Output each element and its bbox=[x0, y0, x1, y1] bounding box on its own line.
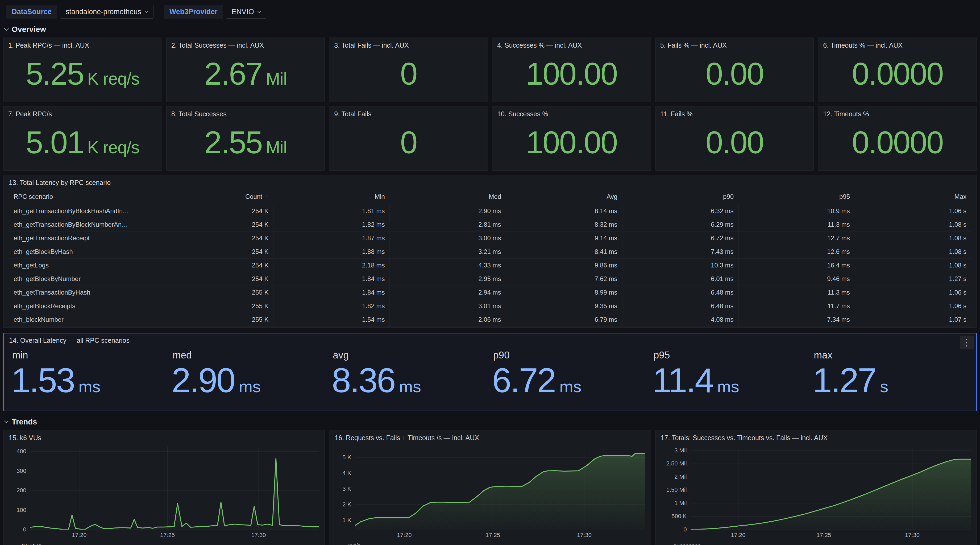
rpc-scenario-cell: eth_getTransactionByBlockHashAndIndex bbox=[9, 204, 136, 218]
stat-value-wrap: 5.25 K req/s bbox=[6, 58, 159, 89]
stat-panel: 9. Total Fails 0 bbox=[329, 106, 488, 171]
metric-cell: 6.29 ms bbox=[622, 218, 738, 231]
panel-title[interactable]: 16. Requests vs. Fails + Timeouts /s — i… bbox=[335, 434, 645, 442]
metric-cell: 2.81 ms bbox=[390, 218, 506, 231]
panel-menu-icon[interactable]: ⋮ bbox=[960, 336, 974, 349]
column-header[interactable]: p95 bbox=[738, 190, 855, 204]
column-header-label: Min bbox=[375, 193, 385, 200]
y-axis-label: 4 K bbox=[342, 470, 351, 476]
metric-cell: 2.18 ms bbox=[274, 259, 390, 272]
chevron-down-icon bbox=[144, 9, 148, 13]
y-axis-label: 1.50 Mil bbox=[667, 486, 687, 493]
metric-cell: 255 K bbox=[136, 286, 274, 300]
overall-stat-value: 1.53 bbox=[11, 362, 74, 400]
rpc-scenario-cell: eth_chainId bbox=[9, 327, 136, 328]
section-row-trends[interactable]: Trends bbox=[5, 418, 980, 426]
stat-value: 2.67 bbox=[204, 58, 262, 89]
legend-item[interactable]: K6 VUs bbox=[10, 542, 319, 545]
latency-table-body: eth_getTransactionByBlockHashAndIndex254… bbox=[9, 204, 971, 328]
stat-value-wrap: 100.00 bbox=[495, 58, 648, 89]
column-header-label: Med bbox=[489, 193, 501, 200]
datasource-value: standalone-prometheus bbox=[66, 8, 141, 16]
overall-stat-line: 1.27 s bbox=[813, 362, 971, 400]
metric-cell: 6.79 ms bbox=[506, 313, 622, 327]
rpc-scenario-cell: eth_getLogs bbox=[9, 259, 136, 272]
column-header[interactable]: Max bbox=[855, 190, 971, 204]
overall-stat-value: 8.36 bbox=[332, 362, 395, 400]
metric-cell: 11.7 ms bbox=[738, 300, 855, 313]
y-axis-label: 2.50 Mil bbox=[667, 460, 687, 467]
column-header-label: p95 bbox=[839, 193, 850, 200]
section-row-overview[interactable]: Overview bbox=[5, 25, 980, 34]
table-row: eth_chainId255 K1.53 ms2.02 ms6.94 ms3.7… bbox=[9, 327, 971, 328]
stat-value: 0.0000 bbox=[852, 58, 943, 89]
stat-value-wrap: 5.01 K req/s bbox=[6, 127, 159, 158]
metric-cell: 6.01 ms bbox=[622, 272, 738, 286]
y-axis: 0500 K1 Mil1.50 Mil2 Mil2.50 Mil3 Mil bbox=[661, 446, 690, 529]
panel-title[interactable]: 5. Fails % — incl. AUX bbox=[660, 41, 809, 49]
y-axis-label: 3 K bbox=[342, 485, 351, 492]
panel-title[interactable]: 7. Peak RPC/s bbox=[8, 110, 157, 118]
metric-cell: 1.06 s bbox=[855, 204, 971, 218]
panel-title[interactable]: 3. Total Fails — incl. AUX bbox=[334, 41, 483, 49]
table-row: eth_getTransactionReceipt254 K1.87 ms3.0… bbox=[9, 231, 971, 245]
panel-title[interactable]: 11. Fails % bbox=[660, 110, 809, 118]
stat-value: 100.00 bbox=[526, 58, 617, 89]
metric-cell: 1.53 ms bbox=[274, 327, 390, 328]
overall-latency-panel: 14. Overall Latency — all RPC scenarios … bbox=[3, 333, 977, 411]
rpc-scenario-cell: eth_getBlockByHash bbox=[9, 245, 136, 259]
legend-item[interactable]: successes bbox=[662, 542, 971, 545]
panel-title[interactable]: 6. Timeouts % — incl. AUX bbox=[823, 41, 972, 49]
column-header[interactable]: Med bbox=[390, 190, 506, 204]
panel-title[interactable]: 2. Total Successes — incl. AUX bbox=[171, 41, 320, 49]
metric-cell: 4.08 ms bbox=[622, 313, 738, 327]
metric-cell: 16.4 ms bbox=[738, 259, 855, 272]
datasource-select[interactable]: standalone-prometheus bbox=[60, 5, 153, 19]
metric-cell: 1.81 ms bbox=[274, 204, 390, 218]
overall-latency-band: 14. Overall Latency — all RPC scenarios … bbox=[2, 333, 978, 411]
rpc-scenario-cell: eth_getBlockByNumber bbox=[9, 272, 136, 286]
y-axis-label: 0 bbox=[23, 526, 26, 533]
rpc-scenario-cell: eth_getTransactionByHash bbox=[9, 286, 136, 300]
stat-value-wrap: 0.0000 bbox=[821, 127, 974, 158]
x-axis-label: 17:30 bbox=[251, 532, 266, 539]
stat-value-wrap: 2.55 Mil bbox=[169, 127, 322, 158]
panel-title[interactable]: 12. Timeouts % bbox=[823, 110, 972, 118]
column-header[interactable]: p90 bbox=[622, 190, 738, 204]
panel-title[interactable]: 14. Overall Latency — all RPC scenarios bbox=[9, 337, 971, 344]
panel-title[interactable]: 8. Total Successes bbox=[171, 110, 320, 118]
metric-cell: 3.74 ms bbox=[622, 327, 738, 328]
provider-select[interactable]: ENVIO bbox=[226, 5, 266, 19]
column-header-label: Count bbox=[245, 193, 262, 200]
overall-stat-line: 6.72 ms bbox=[492, 362, 651, 400]
metric-cell: 1.84 ms bbox=[274, 272, 390, 286]
column-header[interactable]: Count↑ bbox=[136, 190, 274, 204]
panel-title[interactable]: 1. Peak RPC/s — incl. AUX bbox=[8, 41, 157, 49]
metric-cell: 1.08 s bbox=[855, 259, 971, 272]
panel-title[interactable]: 4. Successes % — incl. AUX bbox=[497, 41, 646, 49]
x-axis-label: 17:20 bbox=[72, 532, 86, 539]
column-header[interactable]: RPC scenario bbox=[9, 190, 136, 204]
overall-stat: p90 6.72 ms bbox=[490, 346, 651, 400]
metric-cell: 1.06 s bbox=[855, 300, 971, 313]
metric-cell: 254 K bbox=[136, 231, 274, 245]
stat-value: 100.00 bbox=[526, 127, 617, 158]
plot-area: 17:2017:2517:30 bbox=[690, 446, 971, 529]
metric-cell: 7.62 ms bbox=[506, 272, 622, 286]
chart-panel: 15. k6 VUs 0100200300400 17:2017:2517:30… bbox=[3, 430, 325, 545]
metric-cell: 254 K bbox=[136, 245, 274, 259]
metric-cell: 255 K bbox=[136, 327, 274, 328]
section-title: Trends bbox=[12, 418, 37, 426]
metric-cell: 3.01 ms bbox=[390, 300, 506, 313]
column-header[interactable]: Avg bbox=[506, 190, 622, 204]
metric-cell: 2.95 ms bbox=[390, 272, 506, 286]
panel-title[interactable]: 15. k6 VUs bbox=[9, 434, 319, 442]
column-header[interactable]: Min bbox=[274, 190, 390, 204]
overall-stat-line: 1.53 ms bbox=[11, 362, 169, 400]
panel-title[interactable]: 10. Successes % bbox=[497, 110, 646, 118]
panel-title[interactable]: 13. Total Latency by RPC scenario bbox=[9, 179, 971, 186]
panel-title[interactable]: 9. Total Fails bbox=[334, 110, 483, 118]
legend-item[interactable]: req/s bbox=[336, 542, 645, 545]
panel-title[interactable]: 17. Totals: Successes vs. Timeouts vs. F… bbox=[661, 434, 971, 442]
overall-stat-value: 6.72 bbox=[492, 362, 555, 400]
